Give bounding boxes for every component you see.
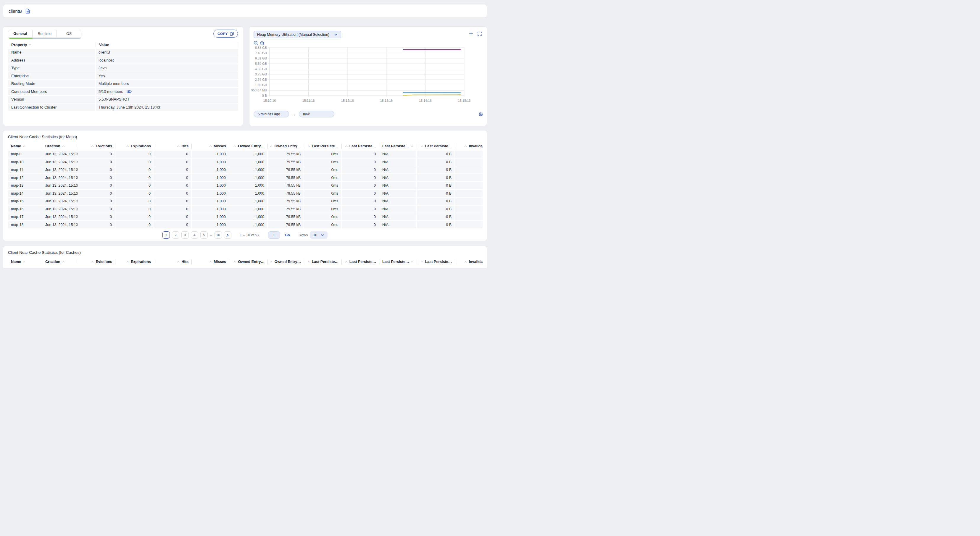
page-button-1[interactable]: 1 (162, 231, 170, 239)
cell-evictions: 0 (78, 151, 115, 157)
cell-last-persiste-: 0ms (304, 221, 342, 228)
cell-expirations: 0 (115, 166, 154, 173)
column-header-last-persiste-[interactable]: Last Persiste… (379, 144, 417, 149)
cell-misses: 1,000 (192, 213, 229, 220)
property-value: localhost (96, 58, 238, 62)
column-header-last-persiste-[interactable]: Last Persiste… (304, 144, 342, 149)
column-header-expirations[interactable]: Expirations (115, 259, 154, 264)
page-title: clientB (9, 9, 22, 14)
column-header-evictions[interactable]: Evictions (78, 259, 115, 264)
document-icon[interactable] (25, 9, 30, 14)
cell-hits: 0 (154, 197, 192, 205)
column-header-owned-entry-[interactable]: Owned Entry… (268, 259, 304, 264)
zoom-out-icon[interactable] (254, 41, 258, 46)
time-from-input[interactable] (254, 111, 289, 118)
column-header-misses[interactable]: Misses (192, 144, 229, 149)
property-value-text: localhost (99, 58, 114, 62)
eye-icon[interactable] (127, 90, 132, 94)
cell-evictions: 0 (78, 190, 115, 197)
cell-evictions: 0 (78, 174, 115, 181)
column-header-label: Invalida (469, 260, 483, 264)
cell-owned-entry-: 79.55 kB (268, 151, 304, 157)
heap-memory-chart[interactable]: 8.38 GB7.45 GB6.52 GB5.59 GB4.66 GB3.73 … (250, 46, 484, 105)
rows-per-page-select[interactable]: 10 (310, 231, 328, 239)
zoom-in-icon[interactable] (260, 41, 265, 46)
cell-creation: Jun 13, 2024, 15:13:44 (42, 166, 78, 173)
column-header-last-persiste-[interactable]: Last Persiste… (342, 259, 379, 264)
column-header-last-persiste-[interactable]: Last Persiste… (417, 259, 455, 264)
chevron-right-icon (226, 234, 229, 237)
sort-caret-icon (177, 145, 180, 147)
column-header-expirations[interactable]: Expirations (115, 144, 154, 149)
x-axis-tick-label: 15:10:16 (263, 99, 276, 102)
column-header-creation[interactable]: Creation (42, 259, 78, 264)
property-name: Last Connection to Cluster (8, 103, 96, 111)
column-header-hits[interactable]: Hits (154, 144, 192, 149)
property-value-text: Multiple members (99, 81, 129, 86)
pagination-range-text: 1 – 10 of 97 (240, 233, 259, 237)
settings-gear-icon[interactable] (479, 112, 483, 116)
property-row: NameclientB (8, 49, 238, 56)
cell-creation: Jun 13, 2024, 15:13:43 (42, 151, 78, 157)
fullscreen-icon[interactable] (477, 32, 482, 36)
column-header-name[interactable]: Name (8, 144, 42, 149)
cell-owned-entry-: 1,000 (229, 174, 268, 181)
column-header-label: Last Persiste… (350, 144, 376, 148)
cell-last-persiste-: N/A (379, 197, 417, 205)
column-header-last-persiste-[interactable]: Last Persiste… (417, 144, 455, 149)
tab-general[interactable]: General (8, 30, 33, 39)
cell-name: map-10 (8, 159, 42, 165)
go-button[interactable]: Go (285, 233, 290, 237)
copy-button[interactable]: COPY (213, 30, 238, 38)
property-name: Address (8, 57, 96, 64)
column-header-invalida[interactable]: Invalida (455, 144, 483, 149)
cell-expirations: 0 (115, 213, 154, 220)
column-header-invalida[interactable]: Invalida (455, 259, 483, 264)
column-header-last-persiste-[interactable]: Last Persiste… (342, 144, 379, 149)
column-header-owned-entry-[interactable]: Owned Entry… (268, 144, 304, 149)
metric-select[interactable]: Heap Memory Utilization (Manual Selectio… (254, 31, 341, 38)
column-header-last-persiste-[interactable]: Last Persiste… (379, 259, 417, 264)
column-header-name[interactable]: Name (8, 259, 42, 264)
column-header-evictions[interactable]: Evictions (78, 144, 115, 149)
column-header-owned-entry-[interactable]: Owned Entry… (229, 144, 268, 149)
cell-name: map-15 (8, 197, 42, 205)
cell-last-persiste-: 0 (342, 174, 379, 181)
property-column-header[interactable]: Property (8, 42, 96, 47)
column-header-last-persiste-[interactable]: Last Persiste… (304, 259, 342, 264)
cell-last-persiste-: 0 (342, 151, 379, 157)
cell-invalida (455, 197, 483, 205)
time-to-input[interactable] (299, 111, 334, 118)
table-row: map-17Jun 13, 2024, 15:13:450001,0001,00… (8, 213, 483, 220)
column-header-owned-entry-[interactable]: Owned Entry… (229, 259, 268, 264)
add-chart-icon[interactable] (469, 32, 473, 36)
page-button-5[interactable]: 5 (200, 231, 208, 239)
cell-owned-entry-: 79.55 kB (268, 221, 304, 228)
column-header-misses[interactable]: Misses (192, 259, 229, 264)
tab-os[interactable]: OS (57, 30, 81, 39)
page-button-10[interactable]: 10 (215, 231, 222, 239)
sort-caret-icon (91, 145, 94, 147)
table-row: map-12Jun 13, 2024, 15:13:450001,0001,00… (8, 174, 483, 181)
page-button-3[interactable]: 3 (181, 231, 189, 239)
page-button-2[interactable]: 2 (172, 231, 179, 239)
table-row: map-13Jun 13, 2024, 15:13:450001,0001,00… (8, 182, 483, 189)
column-header-hits[interactable]: Hits (154, 259, 192, 264)
cell-owned-entry-: 1,000 (229, 190, 268, 197)
cell-last-persiste-: 0 (342, 213, 379, 220)
sort-caret-icon (307, 145, 310, 147)
tab-runtime[interactable]: Runtime (33, 30, 57, 39)
y-axis-tick-label: 4.66 GB (255, 67, 267, 71)
page-button-4[interactable]: 4 (191, 231, 198, 239)
cell-last-persiste-: 0 B (417, 151, 455, 157)
property-row: Connected Members5/10 members (8, 88, 238, 95)
cell-hits: 0 (154, 213, 192, 220)
goto-page-input[interactable] (268, 231, 280, 239)
property-row: TypeJava (8, 65, 238, 72)
column-header-creation[interactable]: Creation (42, 144, 78, 149)
next-page-button[interactable] (224, 231, 231, 239)
maps-table: NameCreationEvictionsExpirationsHitsMiss… (8, 139, 483, 229)
cell-last-persiste-: 0 B (417, 182, 455, 189)
cell-evictions: 0 (78, 197, 115, 205)
maps-section-title: Client Near Cache Statistics (for Maps) (8, 135, 482, 139)
